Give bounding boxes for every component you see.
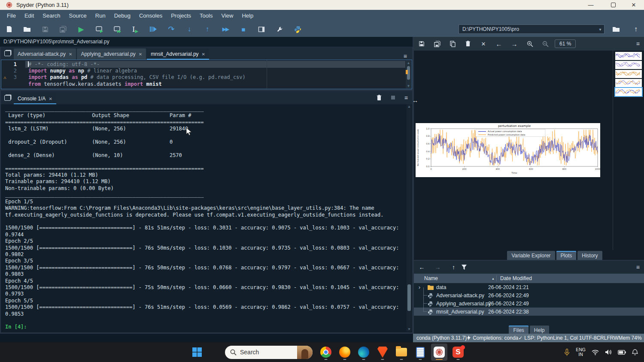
scroll-down-icon[interactable]: ▼ xyxy=(407,327,412,331)
status-lsp[interactable]: ✓ LSP: Python xyxy=(518,335,553,341)
menu-run[interactable]: Run xyxy=(91,10,110,21)
tab-plots[interactable]: Plots xyxy=(556,251,577,260)
spyder-taskbar-icon[interactable] xyxy=(431,344,447,361)
step-out-icon[interactable]: ↑ xyxy=(198,21,216,37)
console-prompt[interactable]: In [4]: xyxy=(5,324,27,330)
console-options-icon[interactable]: ≡ xyxy=(404,94,408,101)
status-eol[interactable]: CRLF xyxy=(596,335,610,341)
wifi-icon[interactable] xyxy=(592,350,599,355)
menu-debug[interactable]: Debug xyxy=(110,10,135,21)
volume-icon[interactable] xyxy=(605,349,612,355)
file-row-mnsit-adversarial[interactable]: mnsit_Adversarial.py 26-06-2024 22:38 xyxy=(414,308,644,316)
menu-consoles[interactable]: Consoles xyxy=(135,10,167,21)
maximize-pane-icon[interactable] xyxy=(252,21,270,37)
tab-adversarial-attack[interactable]: Adversarial-attack.py ✕ xyxy=(14,48,76,60)
brave-icon[interactable] xyxy=(374,344,391,361)
scroll-down-icon[interactable]: ▼ xyxy=(406,84,411,88)
menu-search[interactable]: Search xyxy=(38,10,64,21)
plot-thumbnail[interactable] xyxy=(615,52,642,60)
status-encoding[interactable]: UTF-8 xyxy=(582,335,596,341)
browse-tabs-icon[interactable] xyxy=(1,47,14,60)
firefox-icon[interactable] xyxy=(337,344,353,361)
step-into-icon[interactable]: ↓ xyxy=(180,21,198,37)
scroll-up-icon[interactable]: ▲ xyxy=(407,105,412,109)
column-date-modified[interactable]: Date Modified xyxy=(496,275,532,281)
scroll-up-icon[interactable]: ▲ xyxy=(406,61,411,65)
run-file-icon[interactable]: ▶ xyxy=(72,21,90,37)
editor-options-icon[interactable]: ≡ xyxy=(398,53,412,60)
tab-variable-explorer[interactable]: Variable Explorer xyxy=(507,251,555,260)
notification-bell-icon[interactable] xyxy=(632,349,638,356)
start-button[interactable] xyxy=(189,344,205,361)
open-file-icon[interactable] xyxy=(18,21,36,37)
plot-figure[interactable]: perturbation example1.00.80.60.40.20.002… xyxy=(416,123,600,177)
working-directory-combo[interactable]: D:\PYTHON\PY1005\pro ▾ xyxy=(459,24,605,34)
run-selection-icon[interactable]: I▶ xyxy=(126,21,144,37)
language-indicator[interactable]: ENGIN xyxy=(576,347,586,357)
delete-plot-icon[interactable] xyxy=(460,37,476,51)
search-highlight-image[interactable] xyxy=(297,346,313,359)
browse-tabs-icon[interactable] xyxy=(1,92,14,104)
file-row-applying-adversarial[interactable]: Applying_adversarial.py 26-06-2024 22:49 xyxy=(414,299,644,308)
console-output-area[interactable]: ________________________________________… xyxy=(1,104,412,332)
save-all-plots-icon[interactable] xyxy=(429,37,445,51)
back-icon[interactable]: ← xyxy=(414,264,430,271)
edge-icon[interactable] xyxy=(355,344,372,361)
menu-source[interactable]: Source xyxy=(65,10,91,21)
status-env[interactable]: conda (Python 3.11.7) xyxy=(416,335,467,341)
save-plot-icon[interactable] xyxy=(414,37,429,51)
code-editor[interactable]: 1 2 3 ⚠ # -*- coding: utf-8 -*- import n… xyxy=(1,60,412,89)
preferences-wrench-icon[interactable] xyxy=(270,21,289,37)
run-cell-icon[interactable] xyxy=(90,21,108,37)
save-all-icon[interactable] xyxy=(54,21,72,37)
status-permissions[interactable]: RW xyxy=(610,335,619,341)
filter-icon[interactable] xyxy=(462,265,477,270)
next-plot-icon[interactable]: → xyxy=(507,37,522,51)
notepad-icon[interactable] xyxy=(412,344,428,361)
files-header[interactable]: Name ▲ Date Modified xyxy=(414,274,644,283)
zoom-out-icon[interactable] xyxy=(538,37,553,51)
remove-variables-icon[interactable] xyxy=(377,95,382,101)
menu-edit[interactable]: Edit xyxy=(20,10,38,21)
microphone-icon[interactable] xyxy=(564,349,570,356)
minimize-button[interactable]: — xyxy=(580,0,601,10)
tab-history[interactable]: History xyxy=(577,251,602,260)
close-tab-icon[interactable]: ✕ xyxy=(202,52,205,57)
delete-all-plots-icon[interactable]: ✕ xyxy=(476,37,491,51)
taskbar-search[interactable]: Search xyxy=(225,346,313,359)
tab-files[interactable]: Files xyxy=(509,326,528,335)
file-explorer-icon[interactable] xyxy=(393,344,410,361)
menu-file[interactable]: File xyxy=(3,10,20,21)
tab-help[interactable]: Help xyxy=(530,326,549,335)
menu-view[interactable]: View xyxy=(217,10,237,21)
plots-options-icon[interactable]: ≡ xyxy=(636,40,640,47)
close-tab-icon[interactable]: ✕ xyxy=(69,52,72,57)
column-name[interactable]: Name xyxy=(424,275,438,281)
zoom-in-icon[interactable] xyxy=(522,37,538,51)
plot-thumbnail[interactable] xyxy=(615,70,642,78)
file-row-data[interactable]: › data 26-06-2024 21:21 xyxy=(414,283,644,291)
file-row-adversarial-attack[interactable]: Adversarial-attack.py 26-06-2024 22:49 xyxy=(414,291,644,299)
plot-thumbnail[interactable] xyxy=(615,61,642,69)
stop-icon[interactable]: ■ xyxy=(234,21,252,37)
restore-button[interactable] xyxy=(603,0,623,10)
rerun-cell-icon[interactable] xyxy=(144,21,162,37)
parent-folder-icon[interactable]: ↑ xyxy=(446,264,462,271)
close-tab-icon[interactable]: ✕ xyxy=(49,97,52,101)
chevron-right-icon[interactable]: › xyxy=(419,284,420,290)
parent-directory-icon[interactable]: ↑ xyxy=(629,24,642,35)
status-completions[interactable]: Completions: conda xyxy=(467,335,518,341)
forward-icon[interactable]: → xyxy=(430,264,446,271)
previous-plot-icon[interactable]: ← xyxy=(491,37,507,51)
plot-thumbnail[interactable] xyxy=(615,79,642,87)
tab-applying-adversarial[interactable]: Applying_adversarial.py ✕ xyxy=(77,48,146,60)
scrollbar-thumb[interactable] xyxy=(407,284,411,311)
tab-mnsit-adversarial[interactable]: mnsit_Adversarial.py ✕ xyxy=(147,48,209,60)
close-button[interactable]: ✕ xyxy=(623,0,644,10)
menu-tools[interactable]: Tools xyxy=(195,10,217,21)
console-scrollbar[interactable]: ▲ ▼ xyxy=(407,104,412,332)
tab-console-1a[interactable]: Console 1/A ✕ xyxy=(14,93,56,104)
save-icon[interactable] xyxy=(36,21,54,37)
browse-directory-icon[interactable] xyxy=(610,24,623,35)
menu-projects[interactable]: Projects xyxy=(167,10,195,21)
